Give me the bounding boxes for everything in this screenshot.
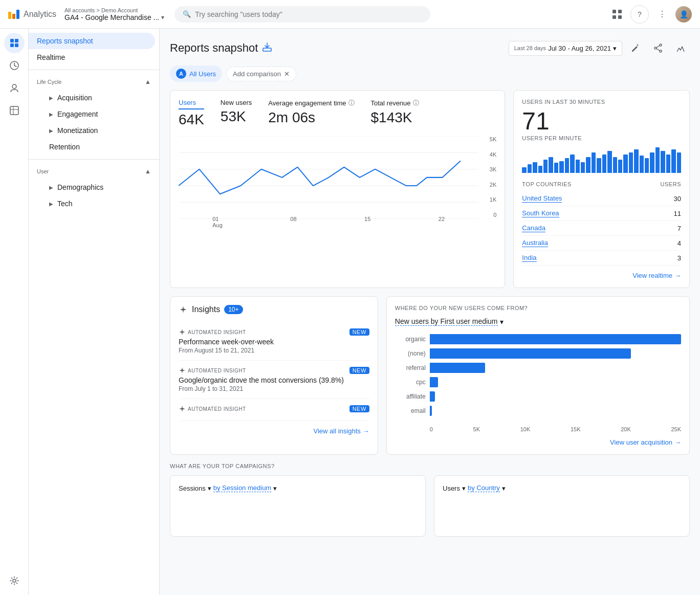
insight-title-1[interactable]: Performance week-over-week	[179, 338, 369, 346]
view-insights-link[interactable]: View all insights →	[179, 427, 369, 435]
mini-bar-9	[570, 155, 574, 173]
x-label-15: 15	[364, 216, 370, 228]
sessions-card-title: Sessions ▾ by Session medium ▾	[179, 484, 417, 492]
settings-icon-btn[interactable]	[4, 570, 25, 591]
x-label-08: 08	[290, 216, 296, 228]
country-count-1: 11	[674, 210, 681, 217]
mini-bar-21	[634, 149, 638, 173]
svg-rect-4	[10, 39, 14, 42]
insights-icon	[676, 43, 685, 53]
country-name-1[interactable]: South Korea	[522, 209, 673, 217]
bar-row-1: (none)	[395, 348, 681, 359]
view-realtime-link[interactable]: View realtime →	[522, 272, 681, 279]
all-users-label: All Users	[189, 70, 216, 78]
page-header-export-icon[interactable]	[262, 42, 272, 55]
insight-item-1: AUTOMATED INSIGHT New Performance week-o…	[179, 322, 369, 361]
acquisition-dropdown[interactable]: New users by First user medium ▾	[395, 317, 681, 326]
insights-btn[interactable]	[671, 39, 690, 57]
sidebar-item-monetization[interactable]: ▶ Monetization	[45, 122, 159, 139]
help-icon: ?	[638, 10, 642, 18]
account-name: GA4 - Google Merchandise ...	[64, 13, 159, 21]
bar-row-5: email	[395, 406, 681, 416]
share-btn[interactable]	[649, 39, 667, 57]
bar-container-4	[430, 391, 681, 402]
reports-icon-btn[interactable]	[4, 33, 25, 53]
sidebar-item-reports-snapshot[interactable]: Reports snapshot	[29, 33, 155, 49]
explore-icon-btn[interactable]	[4, 100, 25, 121]
bar-row-0: organic	[395, 334, 681, 344]
add-comparison-label: Add comparison	[233, 70, 281, 78]
country-name-3[interactable]: Australia	[522, 239, 677, 247]
sessions-dropdown[interactable]: by Session medium	[213, 484, 271, 492]
account-selector[interactable]: All accounts > Demo Account GA4 - Google…	[64, 7, 164, 21]
date-range-selector[interactable]: Last 28 days Jul 30 - Aug 26, 2021 ▾	[509, 41, 622, 56]
more-icon: ⋮	[658, 9, 666, 19]
page-header: Reports snapshot Last 28 days Jul 30 - A…	[170, 39, 690, 57]
revenue-value: $143K	[371, 109, 419, 126]
country-name-0[interactable]: United States	[522, 194, 673, 203]
app-layout: Reports snapshot Realtime Life Cycle ▲ ▶…	[0, 29, 700, 595]
insight-new-badge-1: New	[349, 328, 369, 336]
user-avatar[interactable]: 👤	[675, 6, 692, 23]
chart-x-labels: 01Aug 08 15 22	[179, 216, 478, 228]
sidebar-item-demographics[interactable]: ▶ Demographics	[45, 179, 159, 195]
insight-title-2[interactable]: Google/organic drove the most conversion…	[179, 376, 369, 384]
chart-y-labels: 5K 4K 3K 2K 1K 0	[481, 136, 496, 218]
monetization-label: Monetization	[57, 126, 98, 135]
revenue-help-icon[interactable]: ⓘ	[413, 99, 419, 107]
bar-label-1: (none)	[395, 350, 426, 357]
lifecycle-label: Life Cycle	[37, 79, 61, 85]
country-name-2[interactable]: Canada	[522, 224, 677, 232]
sidebar-item-engagement[interactable]: ▶ Engagement	[45, 106, 159, 122]
date-range-label: Last 28 days	[514, 45, 546, 51]
app-name: Analytics	[24, 10, 56, 19]
user-collapse-btn[interactable]: ▲	[145, 168, 151, 175]
bar-container-3	[430, 377, 681, 387]
lifecycle-collapse-btn[interactable]: ▲	[145, 78, 151, 85]
mini-bar-26	[661, 151, 665, 173]
top-cards-row: Users 64K New users 53K Average engageme…	[170, 90, 690, 288]
bar-container-1	[430, 348, 681, 359]
dropdown-chevron-icon: ▾	[500, 318, 504, 326]
users-dropdown[interactable]: by Country	[468, 484, 500, 492]
bottom-section-title: WHAT ARE YOUR TOP CAMPAIGNS?	[170, 463, 690, 469]
insights-card: Insights 10+ AUTOMATED INSIGHT New Perfo…	[170, 296, 378, 455]
expand-icon: ▶	[49, 128, 53, 134]
country-name-4[interactable]: India	[522, 254, 677, 262]
sidebar-item-tech[interactable]: ▶ Tech	[45, 195, 159, 212]
realtime-icon-btn[interactable]	[4, 55, 25, 76]
sidebar-item-retention[interactable]: Retention	[45, 139, 159, 155]
all-users-chip[interactable]: A All Users	[170, 65, 222, 82]
apps-button[interactable]	[608, 5, 626, 24]
insight-type-2: AUTOMATED INSIGHT New	[179, 367, 369, 374]
reports-icon	[9, 38, 19, 48]
audience-icon	[9, 83, 19, 93]
help-button[interactable]: ?	[630, 5, 649, 24]
lifecycle-items: ▶ Acquisition ▶ Engagement ▶ Monetizatio…	[29, 90, 159, 155]
view-acquisition-link[interactable]: View user acquisition →	[395, 438, 681, 446]
add-comparison-chip[interactable]: Add comparison ✕	[226, 67, 296, 81]
users-card-title: Users ▾ by Country ▾	[443, 484, 681, 492]
audience-icon-btn[interactable]	[4, 78, 25, 98]
search-input[interactable]	[195, 10, 422, 18]
engagement-help-icon[interactable]: ⓘ	[348, 99, 355, 107]
bottom-section: WHAT ARE YOUR TOP CAMPAIGNS? Sessions ▾ …	[170, 463, 690, 537]
mini-bar-5	[549, 157, 553, 173]
sidebar-item-realtime[interactable]: Realtime	[29, 49, 159, 65]
sidebar-item-acquisition[interactable]: ▶ Acquisition	[45, 90, 159, 106]
bottom-card-users: Users ▾ by Country ▾	[434, 475, 690, 537]
x-label-01: 01Aug	[212, 216, 223, 228]
insight-desc-1: From August 15 to 21, 2021	[179, 347, 369, 354]
new-users-value: 53K	[221, 108, 252, 125]
insight-type-3: AUTOMATED INSIGHT New	[179, 405, 369, 412]
realtime-count: 71	[522, 107, 681, 135]
bottom-card-sessions: Sessions ▾ by Session medium ▾	[170, 475, 426, 537]
sparkle-icon-3	[179, 405, 186, 412]
edit-report-btn[interactable]	[626, 39, 645, 57]
search-bar[interactable]: 🔍	[174, 6, 430, 23]
mini-bar-29	[677, 152, 681, 173]
acquisition-dropdown-text: New users by First user medium	[395, 317, 498, 326]
second-row: Insights 10+ AUTOMATED INSIGHT New Perfo…	[170, 296, 690, 455]
sparkle-icon	[179, 328, 186, 336]
more-button[interactable]: ⋮	[653, 5, 671, 24]
